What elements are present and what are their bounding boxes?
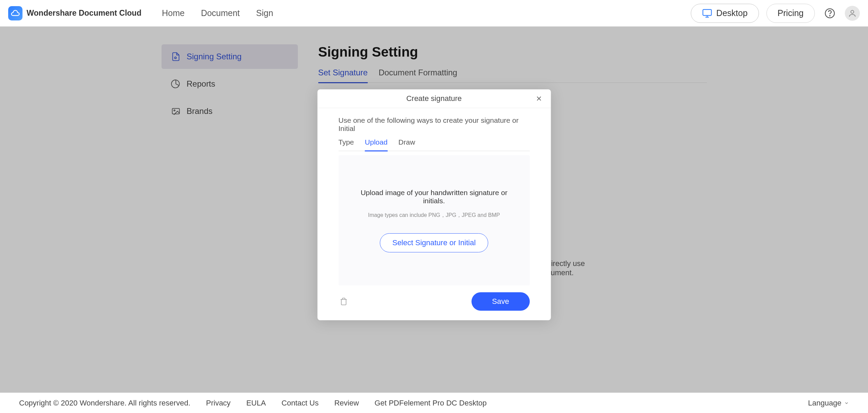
footer-link-privacy[interactable]: Privacy bbox=[206, 399, 231, 408]
monitor-icon bbox=[702, 8, 712, 18]
modal-body: Use one of the following ways to create … bbox=[317, 108, 551, 320]
nav-sign[interactable]: Sign bbox=[256, 8, 273, 18]
create-signature-modal: Create signature Use one of the followin… bbox=[317, 89, 551, 320]
brand-logo[interactable]: Wondershare Document Cloud bbox=[8, 6, 141, 20]
upload-instruction: Upload image of your handwritten signatu… bbox=[352, 189, 516, 205]
help-button[interactable] bbox=[822, 6, 837, 21]
svg-point-3 bbox=[851, 10, 854, 13]
copyright-text: Copyright © 2020 Wondershare. All rights… bbox=[19, 399, 191, 408]
svg-point-2 bbox=[829, 15, 830, 16]
svg-rect-0 bbox=[703, 9, 711, 15]
modal-description: Use one of the following ways to create … bbox=[338, 116, 530, 133]
pricing-button-label: Pricing bbox=[778, 8, 804, 18]
footer-links: Privacy EULA Contact Us Review Get PDFel… bbox=[206, 399, 487, 408]
close-icon bbox=[535, 95, 543, 102]
language-dropdown[interactable]: Language bbox=[808, 399, 849, 408]
brand-name: Wondershare Document Cloud bbox=[27, 9, 141, 18]
save-button[interactable]: Save bbox=[472, 292, 530, 311]
desktop-button[interactable]: Desktop bbox=[691, 4, 759, 23]
footer-link-contact[interactable]: Contact Us bbox=[281, 399, 319, 408]
modal-close-button[interactable] bbox=[533, 93, 545, 104]
top-nav: Home Document Sign bbox=[162, 8, 273, 18]
signature-method-tabs: Type Upload Draw bbox=[338, 138, 530, 151]
app-header: Wondershare Document Cloud Home Document… bbox=[0, 0, 868, 27]
header-actions: Desktop Pricing bbox=[691, 4, 860, 23]
footer-link-review[interactable]: Review bbox=[334, 399, 359, 408]
tab-draw[interactable]: Draw bbox=[398, 138, 415, 151]
delete-button[interactable] bbox=[338, 296, 349, 307]
modal-footer: Save bbox=[338, 292, 530, 311]
upload-drop-zone[interactable]: Upload image of your handwritten signatu… bbox=[338, 155, 530, 285]
tab-type[interactable]: Type bbox=[338, 138, 354, 151]
nav-document[interactable]: Document bbox=[201, 8, 240, 18]
modal-header: Create signature bbox=[317, 89, 551, 108]
pricing-button[interactable]: Pricing bbox=[766, 4, 815, 23]
chevron-down-icon bbox=[844, 401, 849, 405]
help-icon bbox=[824, 8, 835, 19]
tab-upload[interactable]: Upload bbox=[365, 138, 388, 151]
modal-title: Create signature bbox=[406, 94, 462, 103]
trash-icon bbox=[339, 297, 348, 306]
upload-file-types: Image types can include PNG，JPG，JPEG and… bbox=[368, 212, 500, 219]
footer-link-get-desktop[interactable]: Get PDFelement Pro DC Desktop bbox=[375, 399, 487, 408]
page-footer: Copyright © 2020 Wondershare. All rights… bbox=[0, 393, 868, 413]
nav-home[interactable]: Home bbox=[162, 8, 185, 18]
desktop-button-label: Desktop bbox=[716, 8, 748, 18]
user-icon bbox=[848, 9, 857, 18]
select-file-button[interactable]: Select Signature or Initial bbox=[380, 233, 488, 252]
logo-icon bbox=[8, 6, 22, 20]
language-label: Language bbox=[808, 399, 841, 408]
footer-link-eula[interactable]: EULA bbox=[246, 399, 266, 408]
avatar-button[interactable] bbox=[845, 6, 860, 21]
